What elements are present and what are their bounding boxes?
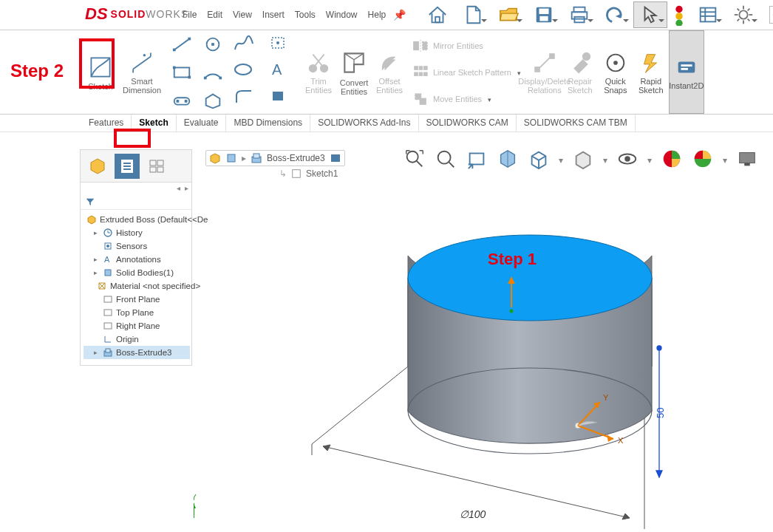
tree-solid-bodies[interactable]: Solid Bodies(1) <box>84 266 190 279</box>
move-entities-button[interactable]: Move Entities <box>412 88 521 110</box>
trim-entities-button[interactable]: Trim Entities <box>302 30 336 114</box>
tree-front-plane[interactable]: Front Plane <box>84 293 190 306</box>
tree-root[interactable]: Extruded Boss (Default<<De <box>84 213 190 226</box>
arc-icon[interactable] <box>198 59 228 86</box>
open-icon[interactable] <box>491 1 525 28</box>
svg-rect-57 <box>415 72 418 76</box>
propertymanager-tab-icon[interactable] <box>115 154 140 179</box>
ellipse-icon[interactable] <box>232 60 265 86</box>
svg-point-48 <box>321 64 327 71</box>
rebuild-icon[interactable] <box>669 1 689 28</box>
tree-origin[interactable]: Origin <box>84 332 190 346</box>
tab-addins[interactable]: SOLIDWORKS Add-Ins <box>310 115 418 132</box>
menu-view[interactable]: View <box>233 10 252 20</box>
transform-tools: Mirror Entities Linear Sketch Pattern Mo… <box>406 30 527 114</box>
smart-dimension-button[interactable]: Smart Dimension <box>120 30 164 114</box>
zoom-fit-icon[interactable] <box>403 148 426 172</box>
menu-window[interactable]: Window <box>326 10 358 20</box>
face-icon <box>330 152 341 164</box>
print-icon[interactable] <box>562 1 596 28</box>
rectangle-icon[interactable] <box>167 59 197 86</box>
svg-point-42 <box>235 64 251 75</box>
svg-line-49 <box>315 54 324 65</box>
svg-rect-46 <box>273 92 283 100</box>
tree-filter[interactable] <box>81 194 191 210</box>
undo-icon[interactable] <box>598 1 632 28</box>
svg-point-83 <box>624 156 630 162</box>
options-icon[interactable] <box>691 1 725 28</box>
svg-point-9 <box>676 20 683 26</box>
svg-rect-73 <box>253 154 259 158</box>
section-view-icon[interactable] <box>497 148 519 172</box>
slot-icon[interactable] <box>167 87 197 114</box>
configmanager-tab-icon[interactable] <box>144 154 169 179</box>
appearance-icon[interactable] <box>661 148 683 172</box>
svg-rect-33 <box>174 67 190 77</box>
graphics-viewport[interactable]: ∅100 50 X Y <box>194 182 770 529</box>
tree-history[interactable]: History <box>84 226 190 239</box>
tree-annotations[interactable]: AAnnotations <box>84 253 190 266</box>
previous-view-icon[interactable] <box>466 148 488 172</box>
menu-insert[interactable]: Insert <box>262 10 285 20</box>
zoom-area-icon[interactable] <box>435 148 457 172</box>
fillet-icon[interactable] <box>232 86 265 113</box>
scene-icon[interactable] <box>692 148 714 172</box>
svg-rect-80 <box>470 154 484 165</box>
tree-top-plane[interactable]: Top Plane <box>84 306 190 319</box>
instant2d-button[interactable]: Instant2D <box>669 30 704 114</box>
spline-icon[interactable] <box>232 33 265 60</box>
command-search[interactable]: large <box>769 6 773 24</box>
quick-snaps-button[interactable]: Quick Snaps <box>598 30 633 114</box>
settings-icon[interactable] <box>726 1 760 28</box>
svg-point-111 <box>408 235 652 321</box>
tab-camtbm[interactable]: SOLIDWORKS CAM TBM <box>517 115 636 132</box>
svg-rect-71 <box>228 154 235 162</box>
tree-boss-extrude[interactable]: Boss-Extrude3 <box>84 346 190 359</box>
svg-point-114 <box>510 310 514 313</box>
tree-right-plane[interactable]: Right Plane <box>84 319 190 332</box>
new-doc-icon[interactable] <box>456 1 490 28</box>
tab-mbd[interactable]: MBD Dimensions <box>226 115 310 132</box>
select-icon[interactable] <box>633 1 667 28</box>
save-icon[interactable] <box>527 1 561 28</box>
svg-rect-32 <box>211 43 214 46</box>
tab-evaluate[interactable]: Evaluate <box>177 115 227 132</box>
heads-up-toolbar: ▾ ▾ ▾ ▾ <box>403 148 758 172</box>
tree-material[interactable]: Material <not specified> <box>84 279 190 293</box>
hide-show-icon[interactable] <box>616 148 639 172</box>
repair-sketch-button[interactable]: Repair Sketch <box>562 30 598 114</box>
featuremanager-tab-icon[interactable] <box>85 154 110 179</box>
display-style-icon[interactable] <box>572 148 594 172</box>
menu-edit[interactable]: Edit <box>207 10 222 20</box>
circle-icon[interactable] <box>198 31 228 58</box>
line-icon[interactable] <box>167 31 197 58</box>
svg-rect-63 <box>535 66 540 72</box>
render-icon[interactable] <box>736 148 758 172</box>
polygon-icon[interactable] <box>198 87 228 114</box>
menu-help[interactable]: Help <box>368 10 386 20</box>
svg-text:Y: Y <box>194 494 197 502</box>
ribbon: Sketch Smart Dimension A Trim Entities C… <box>0 30 773 115</box>
breadcrumb[interactable]: ▸ Boss-Extrude3 <box>205 150 345 166</box>
svg-rect-52 <box>423 41 427 50</box>
mirror-entities-button[interactable]: Mirror Entities <box>412 35 521 57</box>
line-tools <box>164 30 231 114</box>
home-icon[interactable] <box>420 1 454 28</box>
convert-entities-button[interactable]: Convert Entities <box>336 30 372 114</box>
rapid-sketch-button[interactable]: Rapid Sketch <box>633 30 669 114</box>
pin-icon[interactable]: 📌 <box>393 9 406 21</box>
point-icon[interactable] <box>268 33 300 60</box>
view-orientation-icon[interactable] <box>528 148 550 172</box>
linear-pattern-button[interactable]: Linear Sketch Pattern <box>412 61 521 83</box>
offset-entities-button[interactable]: Offset Entities <box>372 30 406 114</box>
svg-rect-35 <box>188 75 191 78</box>
svg-text:X: X <box>618 436 624 445</box>
tree-sensors[interactable]: Sensors <box>84 239 190 253</box>
menu-tools[interactable]: Tools <box>295 10 316 20</box>
cube-icon <box>225 152 237 164</box>
tab-cam[interactable]: SOLIDWORKS CAM <box>419 115 517 132</box>
svg-rect-58 <box>419 72 423 76</box>
plane-icon[interactable] <box>268 86 300 113</box>
display-delete-relations-button[interactable]: Display/Delete Relations <box>527 30 562 114</box>
text-icon[interactable]: A <box>268 60 300 86</box>
